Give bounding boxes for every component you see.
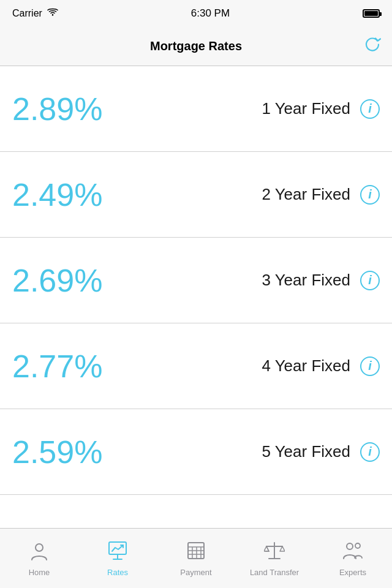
nav-header: Mortgage Rates <box>0 27 392 66</box>
status-bar-left: Carrier <box>12 8 58 19</box>
refresh-button[interactable] <box>364 36 381 57</box>
rate-row: 2.59% 5 Year Fixed i <box>0 409 392 495</box>
status-bar-right <box>363 9 380 18</box>
info-button[interactable]: i <box>360 271 380 290</box>
tab-payment-label: Payment <box>180 568 211 577</box>
carrier-label: Carrier <box>12 8 42 19</box>
tab-land-transfer-label: Land Transfer <box>250 568 299 577</box>
rate-value: 2.77% <box>12 348 147 385</box>
page-title: Mortgage Rates <box>150 39 242 53</box>
tab-land-transfer[interactable]: Land Transfer <box>235 540 314 577</box>
rate-row: 2.69% 3 Year Fixed i <box>0 238 392 323</box>
rate-label: 3 Year Fixed <box>147 271 350 290</box>
rate-label: 1 Year Fixed <box>147 99 350 118</box>
experts-icon <box>342 540 363 565</box>
wifi-icon <box>47 8 58 19</box>
rate-label: 5 Year Fixed <box>147 442 350 461</box>
status-time: 6:30 PM <box>191 7 230 20</box>
info-button[interactable]: i <box>360 442 380 462</box>
tab-bar: Home Rates <box>0 528 392 588</box>
tab-experts-label: Experts <box>339 568 366 577</box>
status-bar: Carrier 6:30 PM <box>0 0 392 27</box>
payment-icon <box>186 540 206 565</box>
info-button[interactable]: i <box>360 356 380 376</box>
rate-value: 2.59% <box>12 434 147 470</box>
home-icon <box>29 540 50 565</box>
rate-value: 2.89% <box>12 91 147 127</box>
info-button[interactable]: i <box>360 99 380 119</box>
svg-point-15 <box>347 543 353 549</box>
tab-home-label: Home <box>29 568 50 577</box>
info-button[interactable]: i <box>360 185 380 205</box>
rate-row: 2.49% 2 Year Fixed i <box>0 152 392 238</box>
rate-row: 2.89% 1 Year Fixed i <box>0 66 392 152</box>
rate-value: 2.49% <box>12 176 147 213</box>
tab-experts[interactable]: Experts <box>314 540 392 577</box>
tab-rates-label: Rates <box>107 568 128 577</box>
rate-label: 2 Year Fixed <box>147 185 350 204</box>
rates-list: 2.89% 1 Year Fixed i 2.49% 2 Year Fixed … <box>0 66 392 528</box>
svg-rect-2 <box>109 542 126 554</box>
rate-row: 2.77% 4 Year Fixed i <box>0 323 392 409</box>
svg-point-1 <box>36 544 43 551</box>
svg-point-0 <box>52 14 53 15</box>
svg-point-16 <box>355 543 360 548</box>
rate-label: 4 Year Fixed <box>147 356 350 375</box>
tab-rates[interactable]: Rates <box>78 540 157 577</box>
tab-home[interactable]: Home <box>0 540 78 577</box>
rates-icon <box>107 540 128 565</box>
tab-payment[interactable]: Payment <box>157 540 235 577</box>
rate-value: 2.69% <box>12 262 147 299</box>
battery-icon <box>363 9 380 18</box>
land-transfer-icon <box>264 540 285 565</box>
